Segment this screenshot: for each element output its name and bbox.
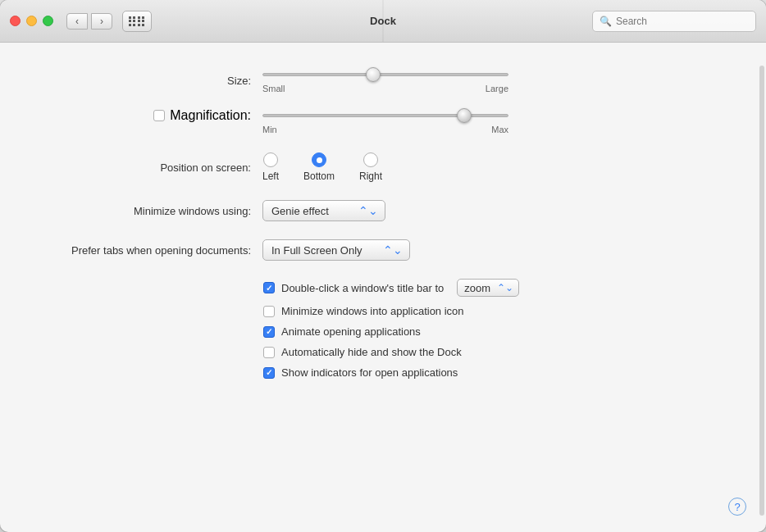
position-bottom-radio[interactable] bbox=[312, 152, 326, 167]
minimize-button[interactable] bbox=[26, 16, 37, 26]
size-small-label: Small bbox=[262, 84, 285, 93]
minimize-control: Genie effect ⌃⌄ bbox=[262, 200, 733, 221]
position-label: Position on screen: bbox=[33, 161, 262, 174]
checkbox-row-minimize-icon: Minimize windows into application icon bbox=[263, 305, 733, 317]
search-input[interactable] bbox=[616, 16, 749, 27]
mag-max-label: Max bbox=[491, 125, 508, 134]
indicators-checkbox[interactable] bbox=[263, 367, 275, 379]
animate-label: Animate opening applications bbox=[281, 325, 421, 338]
magnification-row: Magnification: Min Max bbox=[33, 108, 733, 134]
size-label: Size: bbox=[33, 75, 262, 87]
tabs-dropdown-arrow: ⌃⌄ bbox=[383, 243, 403, 257]
checkbox-row-autohide: Automatically hide and show the Dock bbox=[263, 346, 733, 358]
animate-checkbox[interactable] bbox=[263, 326, 275, 338]
double-click-checkbox[interactable] bbox=[263, 282, 275, 293]
size-slider-container: Small Large bbox=[262, 67, 733, 93]
titlebar: ‹ › Dock 🔍 bbox=[0, 0, 766, 43]
minimize-dropdown[interactable]: Genie effect ⌃⌄ bbox=[262, 200, 385, 221]
position-bottom[interactable]: Bottom bbox=[303, 152, 335, 182]
size-row: Size: Small Large bbox=[33, 67, 733, 93]
mag-slider-labels: Min Max bbox=[262, 125, 508, 134]
mag-slider-container: Min Max bbox=[262, 108, 733, 134]
help-button[interactable]: ? bbox=[728, 498, 746, 516]
indicators-label: Show indicators for open applications bbox=[281, 366, 458, 379]
size-slider-thumb[interactable] bbox=[366, 67, 381, 82]
size-slider-track[interactable] bbox=[262, 67, 508, 82]
position-bottom-label: Bottom bbox=[303, 171, 335, 182]
minimize-dropdown-arrow: ⌃⌄ bbox=[358, 204, 378, 217]
minimize-icon-checkbox[interactable] bbox=[263, 306, 275, 317]
mag-slider-bg bbox=[262, 114, 508, 117]
bottom-bar: ? bbox=[0, 498, 766, 532]
position-left-radio[interactable] bbox=[263, 152, 278, 167]
autohide-label: Automatically hide and show the Dock bbox=[281, 346, 462, 358]
window-title: Dock bbox=[370, 15, 396, 27]
tabs-control: In Full Screen Only ⌃⌄ bbox=[262, 239, 733, 261]
magnification-label-area: Magnification: bbox=[33, 108, 262, 123]
magnification-label: Magnification: bbox=[170, 108, 251, 123]
preferences-window: ‹ › Dock 🔍 Size: bbox=[0, 0, 766, 532]
position-right-label: Right bbox=[359, 171, 382, 182]
close-button[interactable] bbox=[10, 16, 21, 26]
tabs-dropdown-value: In Full Screen Only bbox=[271, 244, 362, 257]
zoom-dropdown[interactable]: zoom ⌃⌄ bbox=[457, 279, 519, 297]
size-slider-bg bbox=[262, 73, 508, 76]
tabs-row: Prefer tabs when opening documents: In F… bbox=[33, 239, 733, 261]
zoom-dropdown-arrow: ⌃⌄ bbox=[497, 282, 513, 293]
checkbox-row-double-click: Double-click a window's title bar to zoo… bbox=[263, 279, 733, 297]
magnification-control: Min Max bbox=[262, 108, 733, 134]
search-icon: 🔍 bbox=[600, 16, 612, 27]
traffic-lights bbox=[10, 16, 53, 26]
maximize-button[interactable] bbox=[43, 16, 53, 26]
size-large-label: Large bbox=[486, 84, 508, 93]
tabs-dropdown[interactable]: In Full Screen Only ⌃⌄ bbox=[262, 239, 410, 261]
double-click-label: Double-click a window's title bar to bbox=[281, 282, 444, 294]
minimize-dropdown-value: Genie effect bbox=[271, 205, 329, 217]
nav-buttons: ‹ › bbox=[66, 13, 112, 30]
grid-icon bbox=[129, 16, 146, 26]
forward-button[interactable]: › bbox=[91, 13, 112, 30]
mag-min-label: Min bbox=[262, 125, 277, 134]
magnification-checkbox[interactable] bbox=[153, 110, 165, 121]
scrollbar[interactable] bbox=[759, 66, 764, 516]
checkbox-row-indicators: Show indicators for open applications bbox=[263, 366, 733, 379]
position-radio-group: Left Bottom Right bbox=[262, 152, 733, 182]
minimize-icon-label: Minimize windows into application icon bbox=[281, 305, 464, 317]
position-right-radio[interactable] bbox=[363, 152, 378, 167]
position-row: Position on screen: Left Bottom Right bbox=[33, 152, 733, 182]
minimize-row: Minimize windows using: Genie effect ⌃⌄ bbox=[33, 200, 733, 221]
minimize-label: Minimize windows using: bbox=[33, 205, 262, 217]
checkboxes-section: Double-click a window's title bar to zoo… bbox=[263, 279, 733, 379]
size-slider-labels: Small Large bbox=[262, 84, 508, 93]
mag-slider-track[interactable] bbox=[262, 108, 508, 123]
position-left-label: Left bbox=[262, 171, 279, 182]
checkbox-row-animate: Animate opening applications bbox=[263, 325, 733, 338]
content-area: Size: Small Large Magnification: bbox=[0, 43, 766, 498]
autohide-checkbox[interactable] bbox=[263, 347, 275, 358]
show-all-button[interactable] bbox=[122, 11, 152, 32]
position-left[interactable]: Left bbox=[262, 152, 279, 182]
position-control: Left Bottom Right bbox=[262, 152, 733, 182]
back-button[interactable]: ‹ bbox=[66, 13, 88, 30]
zoom-dropdown-value: zoom bbox=[464, 282, 490, 294]
tabs-label: Prefer tabs when opening documents: bbox=[33, 244, 262, 257]
size-control: Small Large bbox=[262, 67, 733, 93]
position-right[interactable]: Right bbox=[359, 152, 382, 182]
mag-slider-thumb[interactable] bbox=[457, 108, 472, 123]
search-box[interactable]: 🔍 bbox=[592, 11, 756, 32]
